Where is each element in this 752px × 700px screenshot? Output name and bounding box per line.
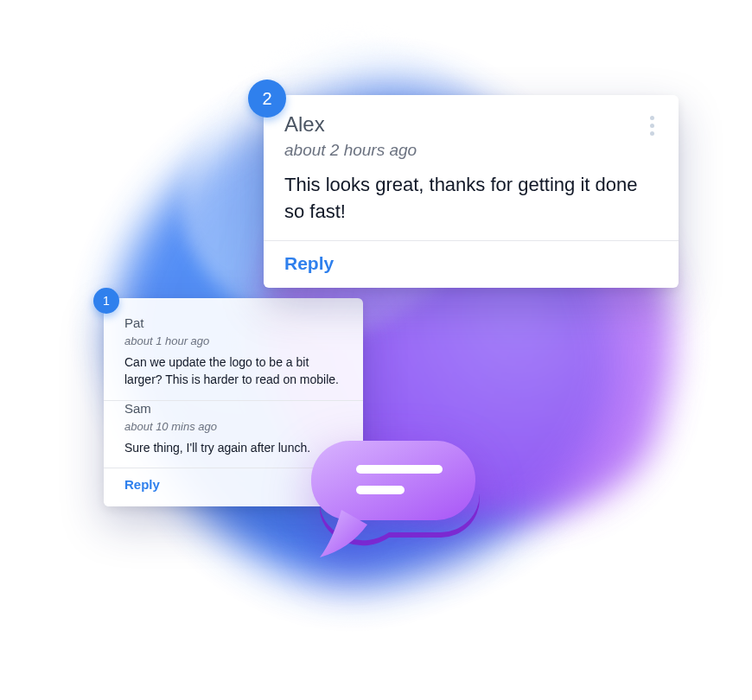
reply-button[interactable]: Reply bbox=[284, 253, 334, 274]
svg-rect-2 bbox=[356, 486, 405, 494]
comment-body: This looks great, thanks for getting it … bbox=[284, 172, 658, 226]
comment-card-2: 2 Alex about 2 hours ago This looks grea… bbox=[264, 95, 679, 288]
card-divider bbox=[264, 240, 679, 241]
comment-author: Sam bbox=[124, 401, 342, 417]
comment-body: Can we update the logo to be a bit large… bbox=[124, 354, 342, 388]
svg-rect-0 bbox=[311, 441, 475, 520]
badge-number: 2 bbox=[262, 89, 271, 109]
comment-badge-1: 1 bbox=[93, 288, 119, 314]
comment-timestamp: about 2 hours ago bbox=[284, 141, 417, 160]
badge-number: 1 bbox=[103, 294, 110, 308]
comment-author: Alex bbox=[284, 112, 417, 137]
comment-header: Alex about 2 hours ago bbox=[284, 112, 658, 160]
comment-timestamp: about 1 hour ago bbox=[124, 334, 342, 347]
svg-rect-1 bbox=[356, 465, 443, 474]
comment-badge-2: 2 bbox=[248, 80, 286, 118]
chat-bubble-icon bbox=[294, 423, 484, 570]
more-menu-icon[interactable] bbox=[647, 112, 658, 139]
comment-author: Pat bbox=[124, 315, 342, 331]
comment-thread-item: Pat about 1 hour ago Can we update the l… bbox=[124, 315, 342, 388]
reply-button[interactable]: Reply bbox=[124, 477, 160, 492]
